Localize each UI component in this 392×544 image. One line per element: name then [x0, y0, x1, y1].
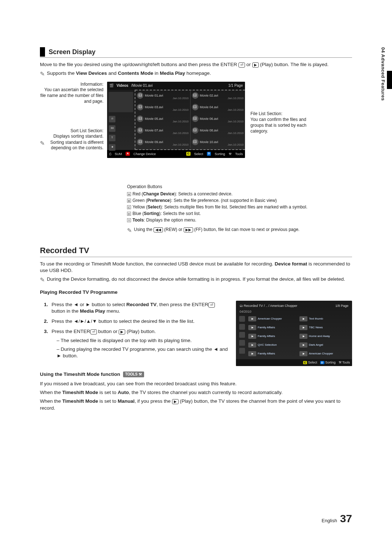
- sort-icon: ⎚: [109, 116, 115, 122]
- mock-file-list: 🎞Movie 01.aviJan.10.2010🎞Movie 02.aviJan…: [135, 90, 245, 150]
- rec-title: Family Affairs: [258, 326, 275, 330]
- ts-line-2: When the Timeshift Mode is set to Auto, …: [40, 389, 352, 396]
- file-cell: 🎞Movie 04.aviJan.10.2010: [191, 101, 245, 113]
- section-bar: [40, 47, 45, 57]
- rec-title: American Chopper: [258, 317, 282, 321]
- rec-thumb-icon: ▶: [248, 342, 256, 348]
- rec-side-icons: [238, 314, 246, 358]
- file-thumb-icon: 🎞: [192, 115, 199, 122]
- rec-cell: ▶American Chopper: [248, 314, 299, 323]
- rec-cell: ▶Text thumb: [299, 314, 350, 323]
- ts-line-3: When the Timeshift Mode is set to Manual…: [40, 398, 352, 411]
- color-key-B: B: [127, 199, 131, 203]
- color-key-T: T: [127, 218, 131, 222]
- button-c: C: [303, 361, 307, 364]
- tools-icon: ⚒: [339, 361, 342, 364]
- file-date: Jan.10.2010: [228, 108, 244, 112]
- step-3-sub-1: The selected file is displayed on the to…: [57, 337, 229, 344]
- file-date: Jan.10.2010: [228, 131, 244, 135]
- file-cell: 🎞Movie 05.aviJan.10.2010: [135, 113, 191, 125]
- rec-title: TBC News: [309, 326, 323, 330]
- file-thumb-icon: 🎞: [192, 127, 199, 134]
- file-cell: 🎞Movie 10.aviJan.10.2010: [191, 136, 245, 148]
- file-name: Movie 07.avi: [145, 128, 163, 133]
- page-footer: English 37: [322, 511, 352, 526]
- file-thumb-icon: 🎞: [137, 92, 143, 99]
- rec-thumb-icon: ▶: [299, 351, 307, 356]
- operation-buttons: Operation Buttons ARed (Change Device): …: [127, 183, 352, 235]
- file-cell: 🎞Movie 01.aviJan.10.2010: [135, 90, 191, 101]
- step-3: Press the ENTER⏎ button or ▶ (Play) butt…: [49, 328, 229, 359]
- mock-bottom-bar: ⎙ SUM AChange Device CSelect DSorting ⚒T…: [107, 150, 245, 158]
- file-cell: 🎞Movie 06.aviJan.10.2010: [191, 113, 245, 125]
- mock-path: /Movie 01.avi: [131, 83, 153, 88]
- tools-pill: TOOLS ⚒: [123, 372, 144, 377]
- op-row: CYellow (Select): Selects multiple files…: [127, 204, 352, 210]
- file-name: Movie 10.avi: [200, 140, 219, 144]
- intro-text-2: or: [246, 62, 252, 67]
- step-2: Press the ◄/►/▲/▼ button to select the d…: [49, 318, 229, 325]
- op-row: DBlue (Sorting): Selects the sort list.: [127, 210, 352, 217]
- file-date: Jan.10.2010: [172, 120, 188, 124]
- color-key-D: D: [127, 212, 131, 216]
- rec-title: Family Affairs: [258, 352, 275, 356]
- videos-icon: 🎬: [109, 83, 114, 88]
- sort-icon: ★: [109, 144, 115, 151]
- note-icon: ✎: [40, 70, 45, 78]
- rec-cell: ▶Family Affairs: [248, 323, 299, 332]
- enter-icon: ⏎: [208, 303, 215, 308]
- note-icon: ✎: [127, 226, 132, 235]
- play-icon: ▶: [252, 62, 259, 68]
- enter-icon: ⏎: [90, 329, 97, 334]
- intro-paragraph: Move to the file you desired using the u…: [40, 61, 352, 68]
- rec-cell: ▶American Chopper: [299, 349, 350, 358]
- button-c: C: [186, 152, 191, 156]
- file-date: Jan.10.2010: [228, 97, 244, 101]
- mock-titlebar: 🎬 Videos /Movie 01.avi 1/1 Page: [107, 82, 245, 90]
- section-header-recorded-tv: Recorded TV: [40, 245, 352, 257]
- rec-cell: ▶QVC Selection: [248, 341, 299, 349]
- color-key-A: A: [127, 192, 131, 196]
- rec-title: QVC Selection: [258, 343, 277, 347]
- rew-icon: ◀◀: [154, 227, 163, 232]
- rec-title: Home and Away: [309, 334, 330, 338]
- rec-date: 04/2010: [238, 309, 350, 314]
- file-thumb-icon: 🎞: [137, 127, 143, 134]
- file-name: Movie 06.avi: [200, 117, 219, 121]
- op-row: TTools: Displays the option menu.: [127, 217, 352, 223]
- file-date: Jan.10.2010: [172, 131, 188, 135]
- annotation-information: Information: You can ascertain the selec…: [40, 82, 103, 104]
- rec-cell: ▶Dark Angel: [299, 341, 350, 349]
- note-icon: ✎: [40, 140, 45, 151]
- annotation-sorting-standard: ✎ Sorting standard is different dependin…: [40, 140, 103, 151]
- rec-page: 1/8 Page: [335, 304, 348, 308]
- rec-thumb-icon: ▶: [299, 316, 307, 321]
- file-cell: 🎞Movie 08.aviJan.10.2010: [191, 125, 245, 136]
- rec-cell: ▶Family Affairs: [248, 332, 299, 341]
- rec-cell: ▶Family Affairs: [248, 349, 299, 358]
- mock-page: 1/1 Page: [228, 83, 243, 88]
- rec-bottom-bar: C Select D Sorting ⚒ Tools: [236, 359, 352, 366]
- rec-cell: ▶TBC News: [299, 323, 350, 332]
- steps-list: Press the ◄ or ► button to select Record…: [49, 301, 229, 360]
- file-date: Jan.10.2010: [228, 120, 244, 124]
- recorded-icon: 🗂: [240, 304, 243, 308]
- file-thumb-icon: 🎞: [137, 115, 143, 122]
- file-name: Movie 03.avi: [145, 105, 163, 109]
- footer-lang: English: [322, 517, 337, 524]
- play-icon: ▶: [119, 329, 125, 334]
- note-text: Supports the View Devices and Contents M…: [47, 70, 211, 78]
- mock-preview: [109, 92, 133, 112]
- intro-text-3: (Play) button. The file is played.: [260, 62, 328, 67]
- file-thumb-icon: 🎞: [192, 104, 199, 110]
- ts-line-1: If you missed a live broadcast, you can …: [40, 381, 352, 387]
- section-header-screen-display: Screen Display: [40, 47, 352, 58]
- file-cell: 🎞Movie 03.aviJan.10.2010: [135, 101, 191, 113]
- file-name: Movie 08.avi: [200, 128, 219, 133]
- rec-note: ✎ During the Device formatting, do not d…: [40, 276, 352, 284]
- file-name: Movie 04.avi: [200, 105, 219, 109]
- file-cell: 🎞Movie 09.aviJan.10.2010: [135, 136, 191, 148]
- screen-diagram: Information: You can ascertain the selec…: [40, 82, 352, 176]
- rec-title: Dark Angel: [309, 343, 323, 347]
- mock-category: Videos: [117, 83, 128, 88]
